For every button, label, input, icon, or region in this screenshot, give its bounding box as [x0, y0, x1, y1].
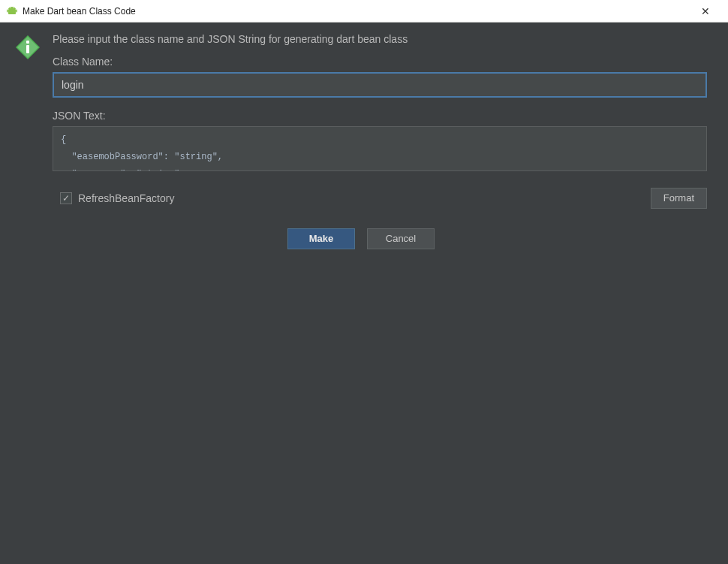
format-button-label: Format: [663, 192, 694, 204]
svg-point-2: [13, 7, 14, 8]
json-text-area[interactable]: { "easemobPassword": "string", "username…: [53, 126, 707, 171]
close-button[interactable]: ✕: [689, 1, 722, 22]
instruction-text: Please input the class name and JSON Str…: [53, 33, 707, 45]
make-button-label: Make: [309, 233, 334, 244]
android-icon: [6, 5, 18, 17]
cancel-button[interactable]: Cancel: [367, 228, 435, 249]
make-button[interactable]: Make: [287, 228, 355, 249]
titlebar: Make Dart bean Class Code ✕: [0, 0, 728, 23]
svg-rect-7: [26, 41, 29, 44]
svg-rect-0: [8, 9, 16, 14]
format-button[interactable]: Format: [651, 188, 707, 209]
svg-point-1: [10, 7, 11, 8]
close-icon: ✕: [701, 5, 710, 17]
svg-rect-4: [17, 9, 18, 12]
cancel-button-label: Cancel: [386, 233, 416, 244]
window-title: Make Dart bean Class Code: [23, 6, 689, 17]
options-row: ✓ RefreshBeanFactory Format: [53, 188, 707, 209]
json-text-label: JSON Text:: [53, 110, 707, 122]
checkmark-icon: ✓: [62, 194, 70, 203]
class-name-field-wrap[interactable]: [53, 72, 707, 98]
info-icon: [15, 35, 41, 60]
svg-rect-3: [7, 9, 8, 12]
dialog-body: Please input the class name and JSON Str…: [0, 23, 728, 564]
dialog-button-bar: Make Cancel: [15, 209, 707, 257]
refresh-label: RefreshBeanFactory: [78, 192, 174, 204]
class-name-label: Class Name:: [53, 56, 707, 68]
refresh-checkbox[interactable]: ✓: [60, 192, 72, 204]
svg-rect-8: [26, 45, 29, 53]
class-name-input[interactable]: [62, 79, 698, 91]
